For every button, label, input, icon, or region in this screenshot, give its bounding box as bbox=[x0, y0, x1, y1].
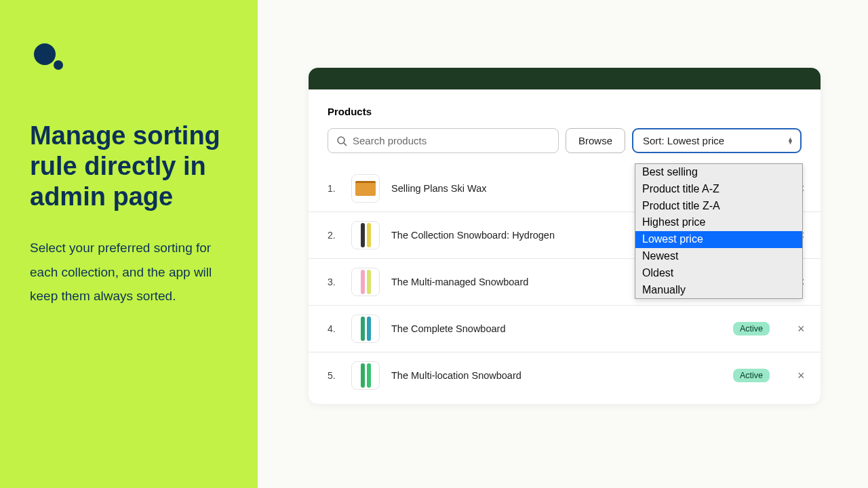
row-index: 5. bbox=[328, 370, 340, 381]
svg-point-1 bbox=[54, 60, 63, 70]
logo bbox=[30, 41, 228, 73]
toolbar: Search products Browse Sort: Lowest pric… bbox=[328, 128, 802, 153]
table-row: 5.The Multi-location SnowboardActive× bbox=[309, 352, 821, 399]
product-thumbnail bbox=[351, 361, 380, 390]
status-badge: Active bbox=[733, 322, 770, 336]
sort-dropdown-trigger[interactable]: Sort: Lowest price ▲▼ bbox=[632, 128, 802, 153]
content-area: Products Search products Browse Sort: Lo… bbox=[258, 0, 868, 488]
sort-label: Sort: Lowest price bbox=[643, 135, 724, 146]
remove-button[interactable]: × bbox=[781, 322, 802, 336]
sort-option[interactable]: Best selling bbox=[635, 164, 802, 181]
product-thumbnail bbox=[351, 314, 380, 343]
product-thumbnail bbox=[351, 221, 380, 249]
sort-option[interactable]: Highest price bbox=[635, 214, 802, 231]
row-index: 3. bbox=[328, 277, 340, 287]
search-placeholder: Search products bbox=[353, 135, 427, 146]
window-topbar bbox=[309, 68, 821, 89]
sort-option[interactable]: Newest bbox=[635, 248, 802, 265]
row-index: 4. bbox=[328, 323, 340, 334]
svg-point-2 bbox=[338, 137, 344, 144]
sort-option[interactable]: Manually bbox=[635, 282, 802, 299]
product-thumbnail bbox=[351, 174, 380, 203]
sort-option[interactable]: Lowest price bbox=[635, 231, 802, 248]
sort-option[interactable]: Product title A-Z bbox=[635, 181, 802, 198]
sort-option[interactable]: Product title Z-A bbox=[635, 198, 802, 215]
remove-button[interactable]: × bbox=[781, 369, 802, 383]
sort-option[interactable]: Oldest bbox=[635, 265, 802, 282]
sort-caret-icon: ▲▼ bbox=[787, 138, 793, 144]
search-icon bbox=[336, 136, 347, 146]
subtext: Select your preferred sorting for each c… bbox=[30, 236, 228, 307]
headline: Manage sorting rule directly in admin pa… bbox=[30, 121, 228, 211]
product-name: The Multi-location Snowboard bbox=[391, 370, 722, 381]
admin-window: Products Search products Browse Sort: Lo… bbox=[309, 68, 821, 404]
svg-line-3 bbox=[344, 143, 347, 146]
product-thumbnail bbox=[351, 268, 380, 296]
products-card: Products Search products Browse Sort: Lo… bbox=[309, 89, 821, 404]
product-name: The Complete Snowboard bbox=[391, 323, 722, 334]
search-input[interactable]: Search products bbox=[328, 128, 559, 153]
svg-point-0 bbox=[34, 43, 56, 65]
logo-icon bbox=[30, 41, 68, 73]
row-index: 2. bbox=[328, 230, 340, 241]
marketing-sidebar: Manage sorting rule directly in admin pa… bbox=[0, 0, 258, 488]
status-badge: Active bbox=[733, 369, 770, 382]
table-row: 4.The Complete SnowboardActive× bbox=[309, 305, 821, 352]
card-title: Products bbox=[328, 106, 802, 117]
sort-dropdown-menu: Best sellingProduct title A-ZProduct tit… bbox=[635, 163, 803, 299]
browse-button[interactable]: Browse bbox=[566, 128, 625, 153]
row-index: 1. bbox=[328, 183, 340, 194]
